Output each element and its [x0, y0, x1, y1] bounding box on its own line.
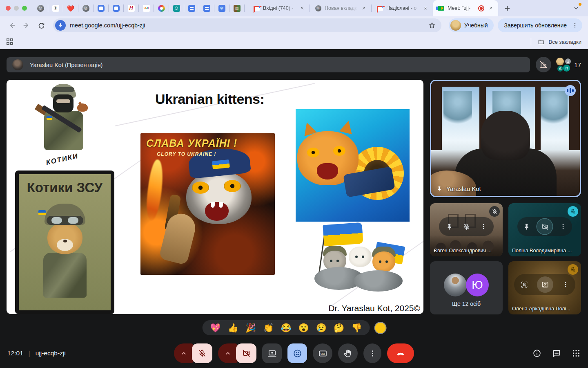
- reaction-thumbs-down-button[interactable]: 👎: [351, 323, 362, 332]
- reaction-clap-button[interactable]: 👏: [263, 323, 274, 332]
- forward-button[interactable]: [20, 19, 33, 31]
- snowflake-icon: ❄: [218, 5, 225, 12]
- pinned-tab[interactable]: ▤: [231, 2, 243, 14]
- end-call-button[interactable]: [387, 343, 414, 363]
- participant-tile[interactable]: Євген Олександрович ...: [430, 203, 503, 256]
- reaction-heart-button[interactable]: 💖: [210, 323, 221, 332]
- badge-art: [43, 253, 87, 298]
- minimize-window-button[interactable]: [14, 6, 19, 11]
- pinned-tab[interactable]: ❤️: [65, 2, 77, 14]
- chat-button[interactable]: [552, 349, 561, 358]
- skin-tone-selector-button[interactable]: [375, 323, 385, 333]
- pinned-tab[interactable]: [110, 2, 122, 14]
- mic-in-use-icon[interactable]: [55, 20, 66, 31]
- captions-button[interactable]: [313, 343, 332, 363]
- participants-cluster[interactable]: Є П 17: [556, 58, 581, 72]
- reload-button[interactable]: [35, 19, 47, 31]
- url-text[interactable]: meet.google.com/ujj-ecqb-zji: [70, 22, 427, 29]
- close-tab-icon[interactable]: [361, 5, 367, 11]
- book-icon: ▤: [234, 5, 241, 12]
- pinned-tab[interactable]: ◎: [34, 2, 47, 14]
- present-screen-button[interactable]: [262, 343, 282, 363]
- raise-hand-button[interactable]: [338, 343, 358, 363]
- bookmark-star-icon[interactable]: [427, 20, 437, 31]
- back-button[interactable]: [6, 19, 18, 31]
- browser-menu-icon[interactable]: [571, 21, 579, 29]
- badge-title: Котики ЗСУ: [19, 180, 111, 195]
- reaction-cry-button[interactable]: 😢: [316, 323, 327, 332]
- tab-search-button[interactable]: [570, 2, 582, 14]
- update-browser-button[interactable]: Завершить обновление: [498, 18, 582, 32]
- activities-button[interactable]: [572, 349, 581, 358]
- pinned-tab[interactable]: [155, 2, 167, 14]
- sphere-icon: ◎: [315, 5, 321, 11]
- pinned-tab[interactable]: UJI: [140, 2, 152, 14]
- tab-meet-active[interactable]: Meet: "ujj-: [433, 0, 498, 16]
- reactions-toggle-button[interactable]: [287, 343, 307, 363]
- profile-chip[interactable]: Учебный: [449, 18, 493, 32]
- pin-icon[interactable]: [445, 223, 453, 231]
- participant-tile[interactable]: Поліна Володимирівна ...: [508, 203, 581, 256]
- camera-options-button[interactable]: [218, 343, 238, 363]
- pin-icon[interactable]: [523, 223, 530, 231]
- glory-to-ukraine-poster: СЛАВА УКРАЇНІ ! GLORY TO UKRAINE !: [140, 133, 275, 275]
- address-bar[interactable]: meet.google.com/ujj-ecqb-zji: [53, 18, 441, 32]
- divider: [48, 4, 48, 12]
- mute-icon[interactable]: [463, 223, 470, 231]
- apps-shortcut-icon[interactable]: [7, 38, 13, 45]
- crop-person-icon[interactable]: [520, 280, 528, 289]
- reaction-thinking-button[interactable]: 🤔: [334, 323, 344, 332]
- close-tab-icon[interactable]: [299, 5, 305, 11]
- chatgpt-icon: ✳: [52, 5, 59, 12]
- pinned-tab[interactable]: [200, 2, 213, 14]
- mute-icon[interactable]: [537, 219, 552, 234]
- more-options-icon[interactable]: [562, 281, 569, 288]
- pinned-tab[interactable]: ✳: [49, 2, 62, 14]
- mic-off-badge-icon: [489, 206, 500, 217]
- zoom-window-button[interactable]: [22, 6, 27, 11]
- divider: [63, 4, 63, 12]
- more-participants-label: Ще 12 осіб: [430, 301, 503, 307]
- meeting-info: 12:01 | ujj-ecqb-zji: [7, 350, 66, 357]
- sticker-art: [77, 103, 88, 112]
- pinned-tab[interactable]: [170, 2, 183, 14]
- tab-inbox[interactable]: Вхідні (740) -: [248, 0, 310, 16]
- spotlight-video-tile[interactable]: Yaraslau Kot: [430, 80, 581, 197]
- portrait-effect-icon[interactable]: [537, 276, 553, 293]
- room-disabled-button[interactable]: [536, 57, 551, 72]
- pinned-tab[interactable]: H: [125, 2, 137, 14]
- tab-new-tab[interactable]: ◎ Новая вкладк: [310, 0, 371, 16]
- participant-tile[interactable]: Олена Аркадіївна Полі...: [508, 261, 581, 314]
- meeting-details-button[interactable]: [532, 349, 541, 358]
- mic-muted-button[interactable]: [192, 343, 212, 363]
- pinned-tab[interactable]: ◎: [80, 2, 92, 14]
- all-bookmarks[interactable]: Все закладки: [531, 38, 581, 45]
- pinned-tab[interactable]: [95, 2, 107, 14]
- audio-level-indicator-icon: [565, 85, 576, 96]
- mic-options-button[interactable]: [174, 343, 194, 363]
- camera-off-button[interactable]: [236, 343, 256, 363]
- divider: [184, 4, 184, 12]
- close-window-button[interactable]: [6, 6, 11, 11]
- participant-name: Євген Олександрович ...: [434, 248, 492, 254]
- divider: [93, 4, 94, 12]
- reaction-laugh-button[interactable]: 😂: [281, 323, 291, 332]
- teal-badge-icon: [173, 5, 180, 12]
- mic-off-badge-icon: [568, 206, 578, 217]
- tab-sent[interactable]: Надіслані - о: [372, 0, 433, 16]
- close-tab-icon[interactable]: [488, 5, 494, 11]
- pinned-tab[interactable]: [185, 2, 198, 14]
- more-options-icon[interactable]: [559, 223, 567, 230]
- close-tab-icon[interactable]: [422, 5, 429, 11]
- more-options-icon[interactable]: [480, 223, 487, 230]
- new-tab-button[interactable]: [501, 2, 513, 14]
- reaction-surprised-button[interactable]: 😮: [298, 323, 309, 332]
- reaction-thumbs-up-button[interactable]: 👍: [228, 323, 238, 332]
- pinned-tabs: ◎ ✳ ❤️ ◎ H UJI ❄ ▤: [34, 2, 246, 14]
- reaction-party-button[interactable]: 🎉: [245, 323, 256, 332]
- pinned-tab[interactable]: ❄: [216, 2, 228, 14]
- sphere-icon: ◎: [82, 5, 89, 12]
- pin-icon: [436, 186, 443, 192]
- overflow-participants-tile[interactable]: Ю Ще 12 осіб: [430, 261, 503, 314]
- more-options-button[interactable]: [363, 343, 381, 363]
